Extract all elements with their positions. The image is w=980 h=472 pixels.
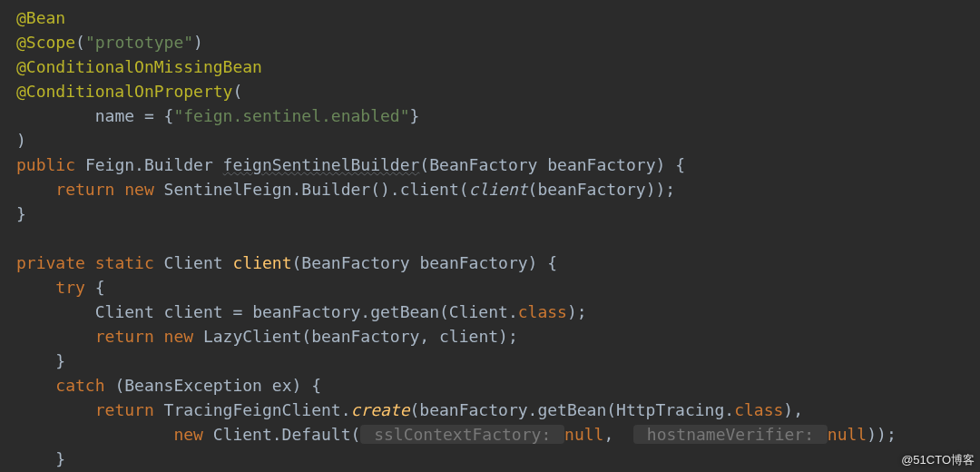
tail: (beanFactory)); — [528, 180, 676, 199]
sig: ) { — [655, 155, 685, 174]
args-lazy: (beanFactory, client); — [301, 327, 517, 346]
param-beanFactory: beanFactory — [547, 155, 655, 174]
dot-client: .client( — [390, 180, 469, 199]
type-client-2: Client — [95, 302, 154, 321]
param-hint-ssl: sslContextFactory: — [360, 425, 564, 444]
keyword-return-3: return — [95, 400, 154, 419]
sig: ) { — [528, 253, 558, 272]
string-prototype: "prototype" — [85, 33, 193, 52]
annotation-scope: @Scope — [16, 33, 75, 52]
type-beanfactory-2: BeanFactory — [301, 253, 409, 272]
type-lazyclient: LazyClient — [203, 327, 301, 346]
keyword-new-2: new — [164, 327, 194, 346]
keyword-return-2: return — [95, 327, 154, 346]
inner-call-client: client — [469, 180, 528, 199]
type-feign-builder: Feign.Builder — [85, 155, 213, 174]
comma: , — [603, 425, 623, 444]
brace: { — [85, 278, 105, 297]
type-tracingfeignclient: TracingFeignClient. — [164, 400, 351, 419]
paren: ( — [105, 376, 125, 395]
brace: } — [55, 449, 65, 468]
param-hint-hostname: hostnameVerifier: — [633, 425, 828, 444]
tail: ), — [783, 400, 803, 419]
static-call-create: create — [350, 400, 409, 419]
type-client: Client — [164, 253, 223, 272]
brace: } — [16, 204, 26, 223]
annotation-conditional-property: @ConditionalOnProperty — [16, 82, 232, 101]
param-beanFactory-2: beanFactory — [419, 253, 527, 272]
paren: ( — [232, 82, 242, 101]
brace: } — [410, 106, 420, 125]
type-client-default: Client.Default( — [213, 425, 361, 444]
paren: ) — [193, 33, 203, 52]
args-create-1: (beanFactory.getBean(HttpTracing. — [410, 400, 735, 419]
tail: ); — [567, 302, 587, 321]
keyword-static: static — [95, 253, 154, 272]
keyword-private: private — [16, 253, 85, 272]
call-client: () — [370, 180, 390, 199]
keyword-try: try — [55, 278, 85, 297]
keyword-null-1: null — [564, 425, 603, 444]
paren: ( — [75, 33, 85, 52]
var-client: client — [164, 302, 223, 321]
brace: } — [55, 351, 65, 370]
call-getbean: beanFactory.getBean(Client. — [252, 302, 518, 321]
eq: = { — [134, 106, 173, 125]
method-feignSentinelBuilder: feignSentinelBuilder — [223, 155, 420, 174]
param-name-label: name — [95, 106, 134, 125]
code-editor[interactable]: @Bean @Scope("prototype") @ConditionalOn… — [0, 0, 980, 472]
tail: )); — [867, 425, 897, 444]
keyword-class-2: class — [734, 400, 783, 419]
sig: ( — [419, 155, 429, 174]
paren: ) { — [291, 376, 321, 395]
annotation-conditional-missing: @ConditionalOnMissingBean — [16, 57, 262, 76]
method-client: client — [232, 253, 291, 272]
keyword-public: public — [16, 155, 75, 174]
type-beansexception: BeansException — [124, 376, 262, 395]
paren-close: ) — [16, 131, 26, 150]
type-beanfactory: BeanFactory — [429, 155, 537, 174]
keyword-class-1: class — [518, 302, 567, 321]
keyword-new-3: new — [173, 425, 203, 444]
string-enabled: "feign.sentinel.enabled" — [173, 106, 409, 125]
keyword-new: new — [124, 180, 154, 199]
watermark-credit: @51CTO博客 — [901, 452, 975, 468]
var-ex: ex — [272, 376, 292, 395]
keyword-catch: catch — [55, 376, 104, 395]
eq: = — [223, 302, 253, 321]
keyword-return: return — [55, 180, 114, 199]
annotation-bean: @Bean — [16, 8, 65, 27]
sig: ( — [291, 253, 301, 272]
type-sentinel-feign-builder: SentinelFeign.Builder — [164, 180, 371, 199]
keyword-null-2: null — [828, 425, 867, 444]
